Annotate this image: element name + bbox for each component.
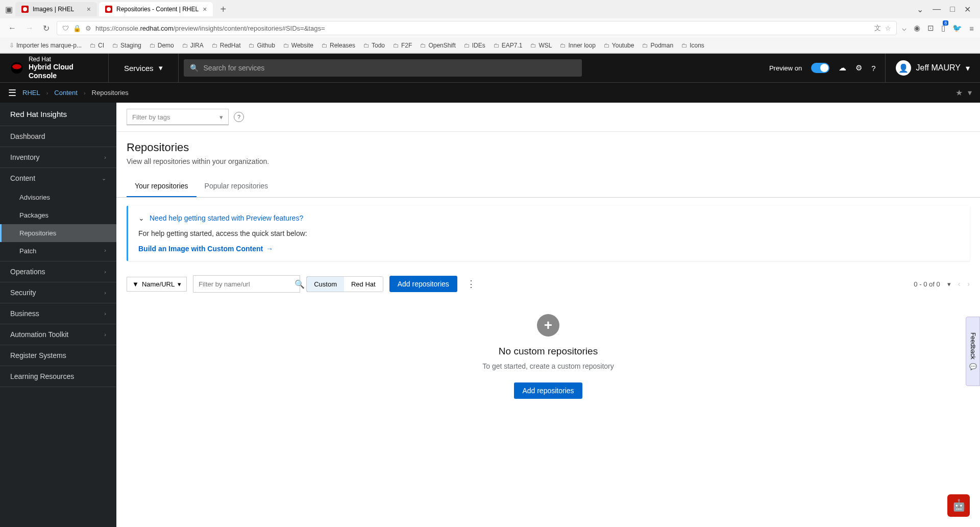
quickstart-link[interactable]: Build an Image with Custom Content → (138, 245, 960, 253)
bookmark-star-icon[interactable]: ☆ (885, 25, 891, 32)
folder-icon: 🗀 (642, 42, 648, 49)
chevron-right-icon: › (104, 290, 106, 296)
bookmark-folder[interactable]: 🗀EAP7.1 (491, 40, 526, 51)
translate-icon[interactable]: 文 (874, 23, 881, 33)
bookmark-folder[interactable]: 🗀Icons (678, 40, 707, 51)
feedback-tab[interactable]: Feedback 💬 (966, 317, 980, 386)
folder-icon: 🗀 (494, 42, 500, 49)
user-name: Jeff MAURY (916, 63, 961, 73)
toggle-redhat[interactable]: Red Hat (344, 277, 383, 292)
help-icon[interactable]: ? (234, 112, 244, 122)
caret-down-icon[interactable]: ▾ (947, 280, 951, 288)
sidebar-item-inventory[interactable]: Inventory› (0, 147, 116, 168)
bookmark-folder[interactable]: 🗀Inner loop (557, 40, 598, 51)
pocket-icon[interactable]: ⌵ (902, 23, 906, 33)
filter-search-input[interactable]: 🔍 (193, 275, 300, 293)
sidebar-item-patch[interactable]: Patch› (0, 242, 116, 261)
breadcrumb: ☰ RHEL › Content › Repositories ★ ▾ (0, 82, 980, 103)
bookmark-folder[interactable]: 🗀CI (87, 40, 107, 51)
bookmark-folder[interactable]: 🗀WSL (527, 40, 555, 51)
bookmark-folder[interactable]: 🗀Podman (639, 40, 676, 51)
sidebar-item-learning[interactable]: Learning Resources (0, 366, 116, 387)
cloud-icon[interactable]: ☁ (839, 63, 846, 73)
logo[interactable]: Red Hat Hybrid Cloud Console (0, 56, 108, 80)
bookmark-folder[interactable]: 🗀F2F (390, 40, 415, 51)
add-repositories-button[interactable]: Add repositories (514, 382, 582, 399)
sidebar-item-operations[interactable]: Operations› (0, 261, 116, 282)
bookmark-folder[interactable]: 🗀Demo (146, 40, 177, 51)
search-icon: 🔍 (190, 64, 199, 72)
bookmark-folder[interactable]: 🗀Releases (318, 40, 358, 51)
reload-button[interactable]: ↻ (41, 21, 52, 35)
window-menu-icon[interactable]: ▣ (4, 5, 13, 14)
comment-icon: 💬 (969, 363, 976, 370)
notifications-icon[interactable]: ▯ (941, 23, 945, 33)
folder-icon: 🗀 (249, 42, 255, 49)
brand-top: Red Hat (29, 56, 98, 63)
bookmark-folder[interactable]: 🗀JIRA (179, 40, 207, 51)
tab-your-repos[interactable]: Your repositories (127, 176, 197, 197)
help-icon[interactable]: ? (871, 64, 875, 73)
close-window-icon[interactable]: ✕ (964, 5, 971, 14)
add-repositories-button[interactable]: Add repositories (389, 276, 457, 292)
twitter-icon[interactable]: 🐦 (952, 23, 962, 33)
bookmark-folder[interactable]: 🗀Todo (360, 40, 388, 51)
sidebar-item-repositories[interactable]: Repositories (0, 224, 116, 242)
global-search-input[interactable]: 🔍 Search for services (184, 59, 582, 77)
info-toggle[interactable]: ⌄ Need help getting started with Preview… (138, 214, 960, 222)
chat-button[interactable]: 🤖 (947, 494, 970, 517)
toggle-custom[interactable]: Custom (306, 276, 345, 292)
close-icon[interactable]: × (203, 5, 207, 13)
sidebar-item-security[interactable]: Security› (0, 282, 116, 303)
browser-tab[interactable]: Repositories - Content | RHEL × (99, 2, 213, 16)
preview-toggle[interactable] (811, 63, 829, 73)
sidebar-item-advisories[interactable]: Advisories (0, 188, 116, 206)
bookmark-import[interactable]: ⇩Importer les marque-p... (6, 40, 85, 51)
caret-down-icon[interactable]: ▾ (968, 88, 972, 98)
lock-icon[interactable]: 🔒 (73, 25, 81, 32)
chevron-down-icon: ⌄ (102, 175, 106, 182)
breadcrumb-link[interactable]: Content (54, 89, 78, 97)
bookmark-folder[interactable]: 🗀IDEs (461, 40, 488, 51)
brand-bottom: Hybrid Cloud Console (29, 63, 98, 80)
pagination-range: 0 - 0 of 0 (914, 280, 940, 288)
arrow-right-icon: → (266, 245, 273, 253)
folder-icon: 🗀 (212, 42, 218, 49)
bookmark-folder[interactable]: 🗀OpenShift (417, 40, 458, 51)
shield-icon[interactable]: 🛡 (62, 25, 69, 32)
menu-icon[interactable]: ≡ (969, 24, 974, 33)
url-input[interactable]: 🛡 🔒 ⚙ https://console.redhat.com/preview… (57, 21, 897, 35)
gear-icon[interactable]: ⚙ (855, 63, 862, 73)
filter-tags-dropdown[interactable]: Filter by tags ▾ (127, 109, 229, 125)
sidebar-item-business[interactable]: Business› (0, 303, 116, 324)
bookmark-folder[interactable]: 🗀RedHat (209, 40, 244, 51)
account-icon[interactable]: ◉ (914, 23, 920, 33)
kebab-menu-icon[interactable]: ⋮ (463, 278, 479, 290)
permissions-icon[interactable]: ⚙ (85, 25, 91, 32)
sidebar-item-dashboard[interactable]: Dashboard (0, 126, 116, 147)
maximize-icon[interactable]: □ (950, 5, 955, 14)
sidebar-item-automation[interactable]: Automation Toolkit› (0, 324, 116, 345)
filter-type-dropdown[interactable]: ▼ Name/URL ▾ (127, 277, 187, 292)
tab-popular-repos[interactable]: Popular repositories (197, 176, 277, 197)
user-menu[interactable]: 👤 Jeff MAURY ▾ (885, 54, 970, 82)
extensions-icon[interactable]: ⊡ (927, 23, 934, 33)
sidebar-item-register[interactable]: Register Systems (0, 345, 116, 366)
bookmark-folder[interactable]: 🗀Website (280, 40, 316, 51)
back-button[interactable]: ← (6, 21, 18, 35)
folder-icon: 🗀 (420, 42, 426, 49)
new-tab-button[interactable]: + (215, 4, 231, 15)
breadcrumb-link[interactable]: RHEL (22, 89, 40, 97)
close-icon[interactable]: × (87, 5, 91, 13)
services-dropdown[interactable]: Services ▾ (108, 54, 179, 82)
sidebar-item-content[interactable]: Content⌄ (0, 168, 116, 188)
chevron-down-icon[interactable]: ⌄ (917, 5, 923, 14)
sidebar-item-packages[interactable]: Packages (0, 206, 116, 224)
favorite-star-icon[interactable]: ★ (955, 88, 963, 98)
bookmark-folder[interactable]: 🗀Youtube (601, 40, 638, 51)
minimize-icon[interactable]: ― (933, 5, 941, 14)
bookmark-folder[interactable]: 🗀Staging (109, 40, 144, 51)
bookmark-folder[interactable]: 🗀Github (246, 40, 278, 51)
sidebar-toggle-icon[interactable]: ☰ (8, 87, 16, 99)
browser-tab[interactable]: Images | RHEL × (15, 2, 97, 16)
